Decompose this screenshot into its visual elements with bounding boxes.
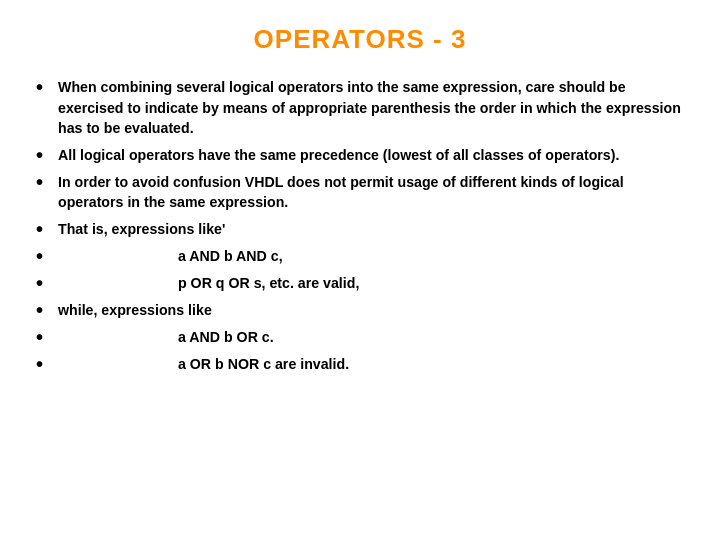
bullet-list: •When combining several logical operator… <box>36 77 684 381</box>
list-item-text: a AND b OR c. <box>58 327 684 348</box>
bullet-icon: • <box>36 326 58 348</box>
page-title: OPERATORS - 3 <box>36 24 684 55</box>
list-item: •All logical operators have the same pre… <box>36 145 684 166</box>
bullet-icon: • <box>36 76 58 98</box>
list-item: •a OR b NOR c are invalid. <box>36 354 684 375</box>
list-item: •while, expressions like <box>36 300 684 321</box>
page: OPERATORS - 3 •When combining several lo… <box>0 0 720 540</box>
bullet-icon: • <box>36 299 58 321</box>
list-item-text: p OR q OR s, etc. are valid, <box>58 273 684 294</box>
list-item-text: That is, expressions like' <box>58 219 684 240</box>
bullet-icon: • <box>36 353 58 375</box>
list-item-text: while, expressions like <box>58 300 684 321</box>
list-item: •a AND b AND c, <box>36 246 684 267</box>
list-item: •That is, expressions like' <box>36 219 684 240</box>
list-item-text: All logical operators have the same prec… <box>58 145 684 166</box>
list-item: •When combining several logical operator… <box>36 77 684 139</box>
bullet-icon: • <box>36 218 58 240</box>
bullet-icon: • <box>36 144 58 166</box>
list-item-text: When combining several logical operators… <box>58 77 684 139</box>
list-item-text: In order to avoid confusion VHDL does no… <box>58 172 684 213</box>
list-item: •a AND b OR c. <box>36 327 684 348</box>
list-item: •In order to avoid confusion VHDL does n… <box>36 172 684 213</box>
bullet-icon: • <box>36 272 58 294</box>
bullet-icon: • <box>36 245 58 267</box>
bullet-icon: • <box>36 171 58 193</box>
list-item-text: a OR b NOR c are invalid. <box>58 354 684 375</box>
list-item: •p OR q OR s, etc. are valid, <box>36 273 684 294</box>
list-item-text: a AND b AND c, <box>58 246 684 267</box>
